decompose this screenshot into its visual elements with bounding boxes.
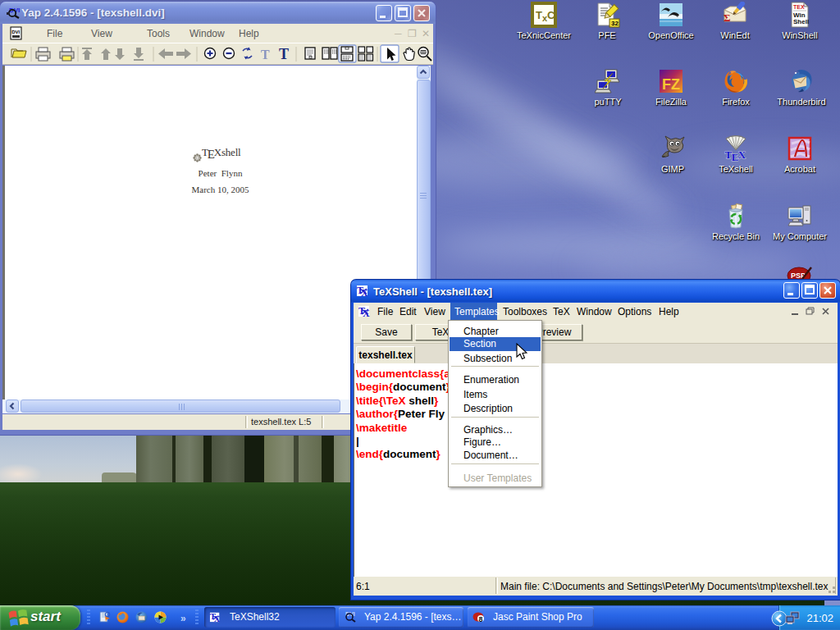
svg-text:32: 32 (611, 20, 619, 27)
svg-text:8: 8 (479, 615, 483, 623)
svg-text:DVI: DVI (11, 30, 20, 34)
svg-text:T: T (279, 46, 289, 62)
svg-text:TEX: TEX (793, 4, 805, 10)
svg-text:Σ: Σ (724, 11, 731, 24)
svg-text:FZ: FZ (662, 76, 680, 93)
svg-text:Shell: Shell (793, 18, 809, 25)
svg-text:TEX: TEX (725, 148, 746, 162)
svg-text:T: T (261, 48, 270, 62)
